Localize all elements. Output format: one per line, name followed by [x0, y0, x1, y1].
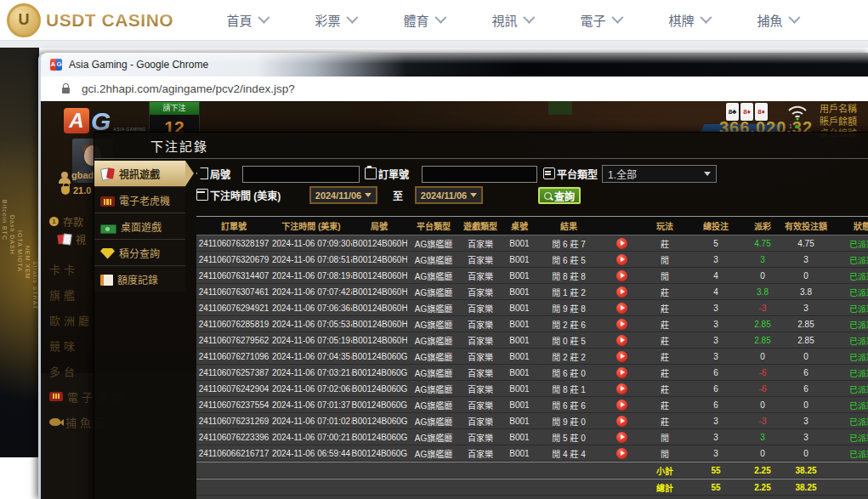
person-icon: [61, 172, 68, 179]
sidebar-item-0[interactable]: 視訊遊戲: [94, 161, 185, 186]
table-cell: B001: [501, 445, 538, 461]
nav-item-0[interactable]: 首頁: [202, 11, 291, 29]
play-icon[interactable]: [616, 400, 627, 411]
table-cell: GB00124B060GT: [351, 413, 407, 428]
bet-records-modal: 下注記錄 視訊遊戲電子老虎機桌面遊戲積分查詢額度記錄 局號 訂單號 平台類型 1…: [94, 132, 868, 499]
clipboard-icon: [365, 167, 377, 179]
play-icon[interactable]: [616, 254, 627, 265]
table-cell: 0: [746, 349, 780, 364]
order-input[interactable]: [422, 166, 537, 183]
table-cell: 3: [686, 429, 746, 445]
round-input[interactable]: [242, 166, 360, 183]
table-cell: 閒: [644, 252, 686, 267]
table-cell: B001: [501, 413, 538, 428]
table-header-cell: 結果: [538, 217, 599, 235]
table-cell: 0: [780, 349, 832, 364]
table-cell-play: [599, 413, 644, 428]
table-cell: -3: [746, 413, 780, 428]
play-icon[interactable]: [616, 319, 627, 330]
play-icon[interactable]: [616, 351, 627, 362]
table-cell: 2.85: [780, 332, 832, 348]
table-header-cell: 總投注: [686, 217, 746, 235]
lobby-item-label: 卡卡: [49, 261, 78, 277]
play-icon[interactable]: [616, 432, 627, 443]
table-cell: 百家樂: [460, 349, 501, 364]
play-icon[interactable]: [616, 367, 627, 378]
nav-item-label: 體育: [403, 11, 428, 29]
sidebar-item-2[interactable]: 桌面遊戲: [94, 213, 185, 239]
sidebar-item-4[interactable]: 額度記錄: [94, 265, 185, 292]
table-cell: 6: [780, 381, 832, 396]
dropdown-arrow-icon: [704, 172, 711, 176]
total-row: 總計552.2538.25: [196, 479, 868, 496]
play-icon[interactable]: [616, 238, 627, 249]
table-cell: [460, 462, 501, 478]
table-cell: AG旗艦廳: [407, 268, 460, 283]
table-cell: 莊: [644, 235, 686, 251]
table-cell: 2024-11-06 07:08:19: [271, 268, 351, 283]
window-titlebar[interactable]: A G Asia Gaming - Google Chrome: [41, 53, 868, 77]
table-cell: [196, 479, 271, 495]
table-cell: 241106076328197: [196, 235, 271, 251]
page-content: A G ASIA GAMING 請下注 12 gbad 21.0 1: [41, 101, 868, 499]
nav-item-1[interactable]: 彩票: [291, 11, 379, 29]
table-cell: 2024-11-06 07:08:51: [271, 252, 351, 267]
play-icon[interactable]: [616, 303, 627, 314]
chevron-down-icon: [788, 11, 800, 23]
table-cell: 閒 2 莊 2: [538, 349, 599, 364]
table-cell: 4: [686, 284, 746, 299]
date-to-select[interactable]: 2024/11/06: [415, 186, 483, 204]
table-cell: AG旗艦廳: [407, 252, 460, 267]
table-cell: 已派彩: [832, 365, 868, 380]
nav-item-4[interactable]: 電子: [556, 11, 644, 29]
credit-record-icon: [100, 275, 113, 286]
table-header-cell: 派彩: [746, 217, 780, 235]
table-cell: GB00124B060GS: [351, 429, 407, 445]
nav-item-5[interactable]: 棋牌: [644, 11, 733, 29]
search-button[interactable]: 查詢: [538, 187, 581, 204]
deposit-link[interactable]: 1 存款: [49, 214, 83, 229]
table-cell: 已派彩: [832, 252, 868, 267]
chrome-window: A G Asia Gaming - Google Chrome gci.2hha…: [38, 53, 868, 499]
table-cell: 3.8: [746, 284, 780, 299]
table-cell: 閒 2 莊 6: [538, 316, 599, 332]
nav-item-2[interactable]: 體育: [379, 11, 468, 29]
sidebar-item-label: 桌面遊戲: [121, 219, 162, 234]
nav-item-label: 電子: [580, 11, 605, 29]
play-icon[interactable]: [616, 448, 627, 459]
table-cell: 2024-11-06 07:01:02: [271, 413, 351, 428]
table-cell: B001: [501, 349, 538, 364]
play-icon[interactable]: [616, 383, 627, 394]
table-row: 2411060762858192024-11-06 07:05:53GB0012…: [196, 316, 868, 332]
table-header-row: 訂單號下注時間 (美東)局號平台類型遊戲類型桌號結果玩法總投注派彩有效投注額狀態: [196, 217, 868, 235]
video-tab[interactable]: 視: [58, 232, 86, 247]
table-cell: 241106076231269: [196, 413, 271, 428]
table-cell: 3: [746, 252, 780, 267]
table-games-icon: [100, 224, 116, 234]
table-cell: -6: [746, 365, 780, 380]
play-icon[interactable]: [616, 335, 627, 346]
calendar-icon: [196, 189, 208, 201]
table-cell: 0: [780, 445, 832, 461]
sidebar-item-3[interactable]: 積分查詢: [94, 239, 185, 265]
table-cell: GB00124B060GU: [351, 397, 407, 412]
table-cell: AG旗艦廳: [407, 413, 460, 428]
table-cell: 5: [686, 235, 746, 251]
sidebar-item-1[interactable]: 電子老虎機: [94, 186, 185, 213]
nav-item-3[interactable]: 視訊: [468, 11, 556, 29]
table-cell: 2024-11-06 07:07:42: [271, 284, 351, 299]
nav-divider: [0, 40, 868, 48]
url-bar[interactable]: gci.2hhapi.com/agingame/pcv2/index.jsp?: [41, 77, 868, 102]
table-cell: 2024-11-06 07:01:37: [271, 397, 351, 412]
site-logo[interactable]: U USDT CASINO: [7, 3, 173, 37]
asia-gaming-favicon: A G: [50, 59, 62, 71]
play-icon[interactable]: [616, 416, 627, 427]
table-cell: GB00124B060GR: [351, 445, 407, 461]
table-cell: 241106076307461: [196, 284, 271, 299]
date-from-select[interactable]: 2024/11/06: [309, 186, 377, 204]
table-cell: GB00124B060H2: [351, 300, 407, 315]
play-icon[interactable]: [616, 270, 627, 281]
nav-item-6[interactable]: 捕魚: [733, 11, 821, 29]
play-icon[interactable]: [616, 286, 627, 298]
platform-select[interactable]: 1.全部: [602, 165, 717, 183]
